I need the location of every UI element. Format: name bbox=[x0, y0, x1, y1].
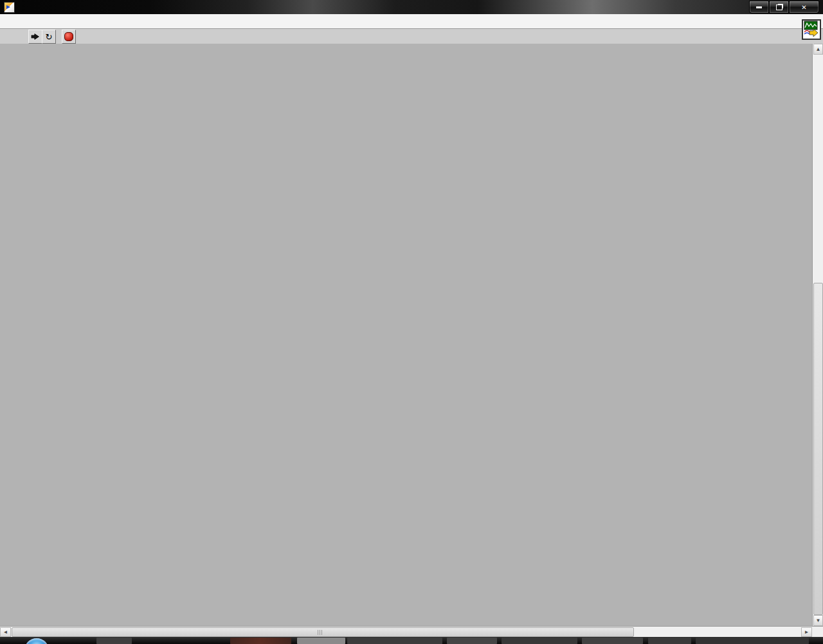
minimize-button[interactable] bbox=[749, 1, 769, 13]
horizontal-scroll-thumb[interactable] bbox=[12, 627, 634, 637]
labview-window: ✕ ↻ ▲ ▼ bbox=[0, 0, 823, 644]
menu-file[interactable] bbox=[0, 20, 12, 22]
menu-window[interactable] bbox=[46, 20, 58, 22]
run-continuous-button[interactable]: ↻ bbox=[42, 30, 56, 44]
vi-icon bbox=[802, 19, 821, 40]
title-bar[interactable]: ✕ bbox=[0, 0, 823, 14]
scroll-grip bbox=[318, 630, 323, 635]
taskbar-item[interactable] bbox=[502, 638, 577, 644]
taskbar-item[interactable] bbox=[347, 638, 442, 644]
restore-button[interactable] bbox=[769, 1, 789, 13]
vi-icon-graphic bbox=[803, 21, 820, 39]
close-icon: ✕ bbox=[801, 4, 806, 11]
menu-operate[interactable] bbox=[23, 20, 35, 22]
abort-icon bbox=[64, 32, 73, 41]
start-orb[interactable] bbox=[24, 638, 49, 644]
abort-button[interactable] bbox=[62, 30, 76, 44]
front-panel bbox=[0, 44, 812, 626]
menu-tools[interactable] bbox=[35, 20, 46, 22]
app-icon bbox=[4, 2, 15, 13]
close-button[interactable]: ✕ bbox=[789, 1, 819, 13]
windows-taskbar[interactable] bbox=[0, 637, 823, 644]
scroll-left-button[interactable]: ◄ bbox=[0, 627, 11, 637]
taskbar-item[interactable] bbox=[447, 638, 497, 644]
taskbar-item[interactable] bbox=[297, 638, 345, 644]
taskbar-item[interactable] bbox=[230, 638, 291, 644]
horizontal-scrollbar[interactable]: ◄ ► bbox=[0, 626, 823, 637]
run-button[interactable] bbox=[28, 30, 42, 44]
run-icon bbox=[30, 32, 41, 41]
scroll-up-button[interactable]: ▲ bbox=[813, 44, 823, 55]
vertical-scroll-thumb[interactable] bbox=[813, 283, 823, 615]
restore-icon bbox=[776, 4, 782, 10]
taskbar-item[interactable] bbox=[96, 638, 132, 644]
menu-help[interactable] bbox=[58, 20, 69, 22]
vi-toolbar: ↻ bbox=[0, 29, 823, 44]
menu-edit[interactable] bbox=[12, 20, 23, 22]
scroll-down-button[interactable]: ▼ bbox=[813, 615, 823, 626]
taskbar-item[interactable] bbox=[582, 638, 643, 644]
scroll-right-button[interactable]: ► bbox=[801, 627, 812, 637]
minimize-icon bbox=[756, 6, 762, 8]
vertical-scrollbar[interactable]: ▲ ▼ bbox=[812, 44, 823, 626]
taskbar-item[interactable] bbox=[696, 638, 809, 644]
taskbar-item[interactable] bbox=[648, 638, 691, 644]
run-continuous-icon: ↻ bbox=[46, 32, 53, 42]
menu-bar bbox=[0, 14, 823, 29]
